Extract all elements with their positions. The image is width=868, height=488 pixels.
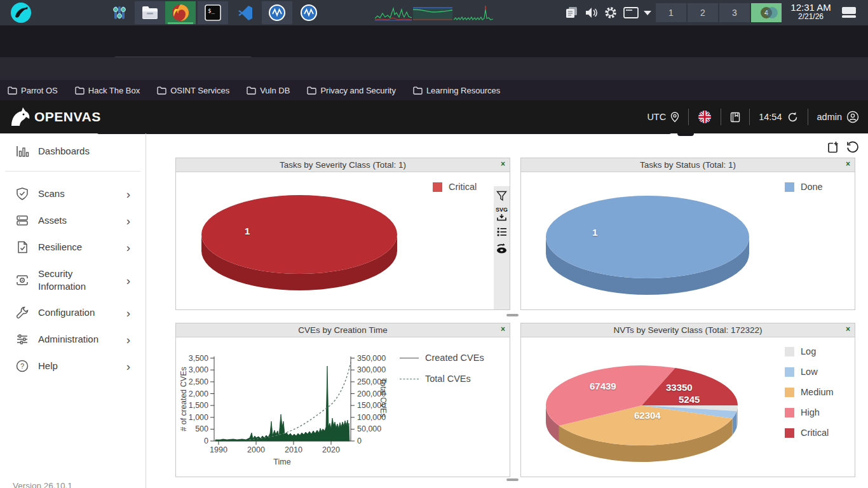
sidebar-item-security-information[interactable]: Security Information › [0, 261, 146, 300]
right-tick: 300,000 [357, 365, 386, 374]
sidebar-item-assets[interactable]: Assets › [0, 207, 146, 234]
cpu-graph[interactable] [375, 4, 412, 21]
network-graph[interactable] [454, 4, 493, 21]
legend-item-medium[interactable]: Medium [785, 387, 834, 397]
firefox-icon[interactable] [165, 1, 196, 24]
toggle-3d-icon[interactable] [496, 243, 508, 255]
shield-check-icon [15, 187, 29, 201]
refresh-icon[interactable] [787, 111, 799, 123]
version-text: Version 26.10.1 [13, 481, 72, 488]
severity-pie-chart[interactable] [176, 172, 510, 309]
gear-icon[interactable] [604, 6, 617, 19]
panel-close-button[interactable]: × [501, 159, 505, 168]
workspace-3[interactable]: 3 [719, 3, 750, 22]
row-resize-handle[interactable] [506, 314, 519, 316]
panel-close-button[interactable]: × [501, 325, 505, 334]
wrench-icon [15, 306, 29, 320]
openvas-logo-icon[interactable] [8, 105, 32, 128]
sidebar-item-dashboards[interactable]: Dashboards [0, 138, 146, 165]
legend-swatch [433, 182, 442, 192]
parrot-menu-icon[interactable] [10, 2, 32, 24]
left-tick: 1,000 [189, 413, 208, 422]
timezone-selector[interactable]: UTC [647, 112, 679, 123]
filter-icon[interactable] [496, 191, 507, 201]
status-pie-chart[interactable] [521, 172, 855, 309]
user-menu[interactable]: admin [817, 111, 860, 123]
folder-icon [247, 86, 256, 95]
right-tick: 0 [357, 437, 362, 445]
legend-item-critical[interactable]: Critical [433, 182, 477, 192]
legend-item-total-cves[interactable]: Total CVEs [400, 374, 484, 384]
session-timer[interactable]: 14:54 [759, 111, 798, 123]
panel-header[interactable]: CVEs by Creation Time × [176, 323, 510, 337]
bookmark-folder-osint-services[interactable]: OSINT Services [157, 86, 229, 95]
legend-item-critical[interactable]: Critical [785, 428, 834, 438]
panel-close-button[interactable]: × [846, 325, 850, 334]
timezone-label: UTC [647, 112, 666, 122]
header-separator [808, 109, 808, 125]
panel-title: NVTs by Severity Class (Total: 172322) [613, 325, 762, 335]
volume-icon[interactable] [585, 6, 599, 19]
sidebar-item-scans[interactable]: Scans › [0, 180, 146, 207]
language-flag-icon[interactable] [698, 110, 712, 124]
panel-nvts-by-severity: NVTs by Severity Class (Total: 172322) ×… [520, 323, 855, 477]
chart-legend: Critical [433, 182, 477, 192]
sidebar-label: Configuration [38, 306, 95, 319]
panel-header[interactable]: NVTs by Severity Class (Total: 172322) × [521, 323, 855, 337]
settings-sliders-icon[interactable] [104, 1, 135, 24]
gvm-app-icon[interactable] [262, 1, 292, 24]
workspace-1[interactable]: 1 [656, 3, 686, 22]
bookmark-folder-privacy-and-security[interactable]: Privacy and Security [307, 86, 396, 95]
sidebar-label: Resilience [38, 241, 82, 254]
workspace-1-label: 1 [668, 8, 674, 18]
eye-badge-icon [15, 273, 29, 287]
workspace-4-active[interactable]: 4 [751, 3, 782, 22]
memory-graph[interactable] [413, 4, 452, 21]
row-resize-handle[interactable] [506, 478, 519, 481]
panel-header[interactable]: Tasks by Severity Class (Total: 1) × [176, 158, 510, 172]
bookmark-folder-learning-resources[interactable]: Learning Resources [413, 86, 500, 95]
left-tick: 0 [204, 437, 208, 445]
gvm-app-icon-2[interactable] [294, 1, 324, 24]
sidebar-item-help[interactable]: ? Help › [0, 353, 146, 379]
chart-legend: Created CVEs Total CVEs [400, 353, 484, 384]
chevron-right-icon: › [126, 188, 130, 200]
sidebar-border [146, 133, 146, 488]
bookmark-folder-vuln-db[interactable]: Vuln DB [247, 86, 290, 95]
bookmark-folder-parrot-os[interactable]: Parrot OS [8, 86, 58, 95]
workspace-2[interactable]: 2 [688, 3, 718, 22]
sidebar-divider [5, 171, 140, 172]
file-manager-icon[interactable] [135, 1, 165, 24]
clipboard-icon[interactable] [565, 6, 579, 19]
browser-navbar: http://127.0.0.1:9392/dashboards [0, 57, 868, 80]
bookmark-folder-hack-the-box[interactable]: Hack The Box [75, 86, 140, 95]
right-axis-title: Total CVEs [379, 378, 388, 417]
terminal-icon[interactable]: $_ [198, 1, 228, 24]
panel-close-button[interactable]: × [846, 159, 850, 168]
panel-header[interactable]: Tasks by Status (Total: 1) × [521, 158, 855, 172]
manual-book-icon[interactable] [730, 112, 740, 123]
sidebar-label: Dashboards [38, 145, 90, 158]
legend-item-created-cves[interactable]: Created CVEs [400, 353, 484, 363]
new-dashboard-icon[interactable] [827, 140, 840, 154]
panel-body: 67439 33350 5245 62304 Log Low Medium [521, 337, 855, 477]
legend-item-high[interactable]: High [785, 407, 834, 417]
toggle-legend-icon[interactable] [496, 227, 507, 237]
panel-title: Tasks by Status (Total: 1) [640, 160, 736, 170]
sidebar-label: Scans [38, 187, 65, 200]
legend-item-low[interactable]: Low [785, 367, 834, 377]
show-desktop-icon[interactable] [841, 6, 857, 20]
caret-down-icon[interactable] [643, 10, 652, 16]
sidebar-item-configuration[interactable]: Configuration › [0, 299, 146, 326]
workspace-2-label: 2 [700, 8, 705, 18]
vscode-icon[interactable] [230, 1, 261, 24]
legend-item-done[interactable]: Done [785, 182, 823, 192]
display-icon[interactable] [623, 7, 639, 18]
sidebar-item-resilience[interactable]: Resilience › [0, 234, 146, 261]
clock[interactable]: 12:31 AM 2/21/26 [785, 2, 836, 22]
download-svg-icon[interactable]: SVG [496, 207, 508, 221]
legend-item-log[interactable]: Log [785, 346, 834, 356]
reset-dashboard-icon[interactable] [846, 141, 858, 154]
sidebar-item-administration[interactable]: Administration › [0, 326, 146, 353]
legend-swatch [785, 388, 794, 397]
